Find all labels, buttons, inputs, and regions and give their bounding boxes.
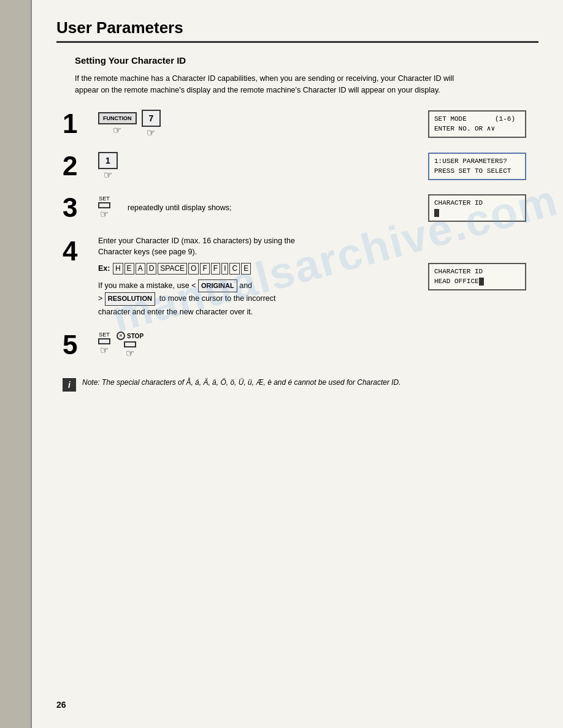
hand-icon-1: ☞ (113, 124, 121, 136)
page-content: manualsarchive.com User Parameters Setti… (32, 0, 563, 728)
original-button[interactable]: ORIGINAL (198, 279, 237, 293)
step-4-display: CHARACTER ID HEAD OFFICE (428, 263, 538, 290)
step-1-number: 1 (63, 110, 92, 137)
key-E2: E (241, 263, 251, 275)
step-3-text: repeatedly until display shows; (128, 202, 232, 214)
cursor (434, 209, 439, 217)
seven-button[interactable]: 7 (142, 110, 161, 127)
key-H: H (113, 263, 123, 275)
hand-icon-4: ☞ (100, 208, 109, 220)
step-3-row: 3 SET ☞ repeatedly until display shows; … (63, 194, 538, 222)
step-5-row: 5 SET ☞ ✕ STOP ☞ (63, 332, 538, 359)
key-O: O (188, 263, 199, 275)
step-3-number: 3 (63, 194, 92, 221)
step-4-row: 4 Enter your Character ID (max. 16 chara… (63, 235, 538, 318)
step-2-display: 1:USER PARAMETERS? PRESS SET TO SELECT (428, 152, 538, 181)
step-1-display: SET MODE (1-6) ENTER NO. OR ∧∨ (428, 110, 538, 138)
note-text: Note: The special characters of Å, á, Ä,… (82, 377, 401, 388)
key-I: I (221, 263, 228, 275)
seven-button-group: 7 ☞ (142, 110, 161, 138)
display-char-id: CHARACTER ID (428, 194, 526, 222)
step-1-left: 1 FUNCTION ☞ 7 ☞ (63, 110, 428, 138)
step-1-row: 1 FUNCTION ☞ 7 ☞ SET MODE (63, 110, 538, 138)
hand-icon-6: ☞ (126, 347, 134, 359)
steps-area: 1 FUNCTION ☞ 7 ☞ SET MODE (63, 110, 538, 359)
step-5-number: 5 (63, 332, 92, 358)
step-3-left: 3 SET ☞ repeatedly until display shows; (63, 194, 428, 222)
example-line: Ex: HEADSPACEOFFICE (98, 263, 428, 275)
resolution-button[interactable]: RESOLUTION (105, 292, 155, 306)
key-F2: F (211, 263, 220, 275)
stop-label-area: ✕ STOP (117, 332, 144, 341)
step-3-icons: SET ☞ (98, 195, 110, 220)
step-2-row: 2 1 ☞ 1:USER PARAMETERS? PRESS SET TO SE… (63, 152, 538, 181)
hand-icon-2: ☞ (147, 127, 155, 138)
set-button-group-5: SET ☞ (98, 332, 110, 356)
set-label-small: SET (99, 195, 110, 202)
display-user-params: 1:USER PARAMETERS? PRESS SET TO SELECT (428, 153, 526, 180)
set-label-5: SET (99, 332, 110, 338)
step-2-left: 2 1 ☞ (63, 152, 428, 181)
page-number: 26 (56, 700, 66, 710)
intro-text: If the remote machine has a Character ID… (75, 73, 455, 96)
stop-button-group: ✕ STOP ☞ (117, 332, 144, 359)
key-SPACE: SPACE (158, 263, 187, 275)
stop-label-text: STOP (127, 333, 144, 339)
cursor-2 (479, 278, 484, 286)
stop-button[interactable] (124, 341, 136, 347)
note-box: i Note: The special characters of Å, á, … (63, 377, 538, 392)
step-4-left: 4 Enter your Character ID (max. 16 chara… (63, 235, 428, 318)
left-border (0, 0, 32, 728)
display-char-id-filled: CHARACTER ID HEAD OFFICE (428, 263, 526, 290)
function-button[interactable]: FUNCTION (98, 112, 137, 124)
note-icon: i (63, 378, 76, 392)
function-button-group: FUNCTION ☞ (98, 112, 137, 136)
step-4-number: 4 (63, 235, 92, 265)
section-title: Setting Your Character ID (75, 55, 538, 66)
stop-circle-icon: ✕ (117, 332, 125, 340)
key-C: C (229, 263, 240, 275)
key-F1: F (200, 263, 209, 275)
step-3-display: CHARACTER ID (428, 194, 538, 222)
key-D: D (147, 263, 157, 275)
step-2-number: 2 (63, 153, 92, 180)
step-2-icons: 1 ☞ (98, 152, 118, 181)
step-4-instruction: Enter your Character ID (max. 16 charact… (98, 235, 307, 259)
hand-icon-3: ☞ (104, 169, 112, 181)
page-title: User Parameters (56, 18, 538, 43)
step-4-content: Enter your Character ID (max. 16 charact… (98, 235, 428, 318)
key-E: E (124, 263, 134, 275)
ex-label: Ex: (98, 264, 110, 273)
display-set-mode: SET MODE (1-6) ENTER NO. OR ∧∨ (428, 110, 526, 138)
set-button-3[interactable] (98, 202, 110, 208)
one-button-group: 1 ☞ (98, 152, 118, 181)
set-button-group-3: SET ☞ (98, 195, 110, 220)
set-button-5[interactable] (98, 338, 110, 344)
mistake-text: If you make a mistake, use < ORIGINAL an… (98, 279, 294, 318)
key-A: A (136, 263, 145, 275)
step-5-icons: SET ☞ ✕ STOP ☞ (98, 332, 144, 359)
step-1-icons: FUNCTION ☞ 7 ☞ (98, 110, 161, 138)
one-button[interactable]: 1 (98, 152, 118, 169)
hand-icon-5: ☞ (100, 344, 109, 356)
